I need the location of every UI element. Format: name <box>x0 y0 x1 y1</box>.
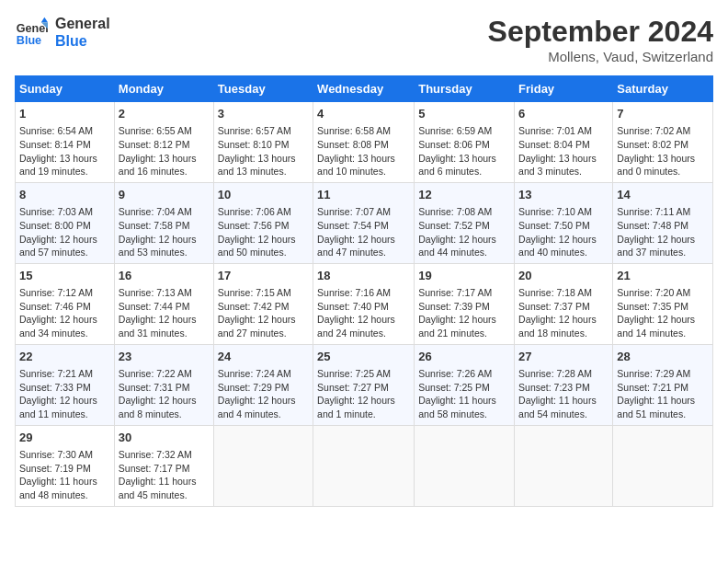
day-cell <box>415 425 515 506</box>
day-info: Sunrise: 6:59 AMSunset: 8:06 PMDaylight:… <box>418 124 510 178</box>
day-cell: 13Sunrise: 7:10 AMSunset: 7:50 PMDayligh… <box>515 182 613 263</box>
logo-icon: General Blue <box>15 16 48 49</box>
day-cell: 7Sunrise: 7:02 AMSunset: 8:02 PMDaylight… <box>613 102 713 183</box>
title-block: September 2024 Mollens, Vaud, Switzerlan… <box>488 15 713 64</box>
day-cell: 8Sunrise: 7:03 AMSunset: 8:00 PMDaylight… <box>16 182 115 263</box>
day-cell: 9Sunrise: 7:04 AMSunset: 7:58 PMDaylight… <box>114 182 213 263</box>
col-header-friday: Friday <box>515 76 613 102</box>
day-number: 7 <box>617 106 709 122</box>
day-info: Sunrise: 7:08 AMSunset: 7:52 PMDaylight:… <box>418 205 510 259</box>
day-cell: 15Sunrise: 7:12 AMSunset: 7:46 PMDayligh… <box>16 263 115 344</box>
svg-marker-2 <box>41 17 48 22</box>
day-info: Sunrise: 7:10 AMSunset: 7:50 PMDaylight:… <box>518 205 609 259</box>
day-cell: 24Sunrise: 7:24 AMSunset: 7:29 PMDayligh… <box>213 344 313 425</box>
day-cell: 12Sunrise: 7:08 AMSunset: 7:52 PMDayligh… <box>415 182 515 263</box>
day-info: Sunrise: 7:28 AMSunset: 7:23 PMDaylight:… <box>518 367 609 421</box>
col-header-saturday: Saturday <box>613 76 713 102</box>
day-info: Sunrise: 7:22 AMSunset: 7:31 PMDaylight:… <box>119 367 210 421</box>
day-info: Sunrise: 6:55 AMSunset: 8:12 PMDaylight:… <box>119 124 210 178</box>
day-number: 21 <box>617 268 709 284</box>
day-number: 18 <box>317 268 410 284</box>
day-info: Sunrise: 7:03 AMSunset: 8:00 PMDaylight:… <box>19 205 110 259</box>
day-cell: 10Sunrise: 7:06 AMSunset: 7:56 PMDayligh… <box>213 182 313 263</box>
day-info: Sunrise: 7:24 AMSunset: 7:29 PMDaylight:… <box>218 367 309 421</box>
day-cell: 4Sunrise: 6:58 AMSunset: 8:08 PMDaylight… <box>313 102 415 183</box>
day-cell: 18Sunrise: 7:16 AMSunset: 7:40 PMDayligh… <box>313 263 415 344</box>
day-info: Sunrise: 7:26 AMSunset: 7:25 PMDaylight:… <box>418 367 510 421</box>
day-number: 23 <box>119 349 210 365</box>
day-number: 19 <box>418 268 510 284</box>
col-header-thursday: Thursday <box>415 76 515 102</box>
day-info: Sunrise: 7:01 AMSunset: 8:04 PMDaylight:… <box>518 124 609 178</box>
day-number: 20 <box>518 268 609 284</box>
day-number: 9 <box>119 187 210 203</box>
month-title: September 2024 <box>488 15 713 49</box>
day-info: Sunrise: 7:30 AMSunset: 7:19 PMDaylight:… <box>19 448 110 502</box>
week-row-5: 29Sunrise: 7:30 AMSunset: 7:19 PMDayligh… <box>16 425 713 506</box>
day-cell: 25Sunrise: 7:25 AMSunset: 7:27 PMDayligh… <box>313 344 415 425</box>
logo: General Blue General Blue <box>15 15 110 50</box>
day-number: 6 <box>518 106 609 122</box>
day-cell <box>515 425 613 506</box>
day-cell: 28Sunrise: 7:29 AMSunset: 7:21 PMDayligh… <box>613 344 713 425</box>
day-info: Sunrise: 7:07 AMSunset: 7:54 PMDaylight:… <box>317 205 410 259</box>
week-row-4: 22Sunrise: 7:21 AMSunset: 7:33 PMDayligh… <box>16 344 713 425</box>
day-number: 8 <box>19 187 110 203</box>
day-number: 5 <box>418 106 510 122</box>
day-cell: 27Sunrise: 7:28 AMSunset: 7:23 PMDayligh… <box>515 344 613 425</box>
day-cell: 22Sunrise: 7:21 AMSunset: 7:33 PMDayligh… <box>16 344 115 425</box>
col-header-sunday: Sunday <box>16 76 115 102</box>
day-cell: 3Sunrise: 6:57 AMSunset: 8:10 PMDaylight… <box>213 102 313 183</box>
day-info: Sunrise: 7:18 AMSunset: 7:37 PMDaylight:… <box>518 286 609 340</box>
day-number: 3 <box>218 106 309 122</box>
day-info: Sunrise: 6:57 AMSunset: 8:10 PMDaylight:… <box>218 124 309 178</box>
week-row-3: 15Sunrise: 7:12 AMSunset: 7:46 PMDayligh… <box>16 263 713 344</box>
day-info: Sunrise: 7:16 AMSunset: 7:40 PMDaylight:… <box>317 286 410 340</box>
col-header-tuesday: Tuesday <box>213 76 313 102</box>
day-number: 14 <box>617 187 709 203</box>
day-number: 11 <box>317 187 410 203</box>
day-cell: 5Sunrise: 6:59 AMSunset: 8:06 PMDaylight… <box>415 102 515 183</box>
day-info: Sunrise: 7:17 AMSunset: 7:39 PMDaylight:… <box>418 286 510 340</box>
col-header-wednesday: Wednesday <box>313 76 415 102</box>
day-cell: 6Sunrise: 7:01 AMSunset: 8:04 PMDaylight… <box>515 102 613 183</box>
location: Mollens, Vaud, Switzerland <box>488 49 713 64</box>
day-number: 15 <box>19 268 110 284</box>
day-info: Sunrise: 7:02 AMSunset: 8:02 PMDaylight:… <box>617 124 709 178</box>
day-number: 4 <box>317 106 410 122</box>
day-info: Sunrise: 7:29 AMSunset: 7:21 PMDaylight:… <box>617 367 709 421</box>
day-info: Sunrise: 7:11 AMSunset: 7:48 PMDaylight:… <box>617 205 709 259</box>
day-cell: 23Sunrise: 7:22 AMSunset: 7:31 PMDayligh… <box>114 344 213 425</box>
page-header: General Blue General Blue September 2024… <box>15 15 713 64</box>
day-number: 13 <box>518 187 609 203</box>
day-cell <box>213 425 313 506</box>
day-number: 10 <box>218 187 309 203</box>
logo-blue: Blue <box>55 32 110 50</box>
day-info: Sunrise: 6:54 AMSunset: 8:14 PMDaylight:… <box>19 124 110 178</box>
day-number: 26 <box>418 349 510 365</box>
day-cell <box>313 425 415 506</box>
day-number: 27 <box>518 349 609 365</box>
day-number: 24 <box>218 349 309 365</box>
day-number: 28 <box>617 349 709 365</box>
day-info: Sunrise: 7:32 AMSunset: 7:17 PMDaylight:… <box>119 448 210 502</box>
logo-general: General <box>55 15 110 32</box>
day-cell <box>613 425 713 506</box>
day-info: Sunrise: 7:13 AMSunset: 7:44 PMDaylight:… <box>119 286 210 340</box>
day-number: 1 <box>19 106 110 122</box>
svg-text:Blue: Blue <box>17 34 41 47</box>
day-number: 16 <box>119 268 210 284</box>
day-cell: 1Sunrise: 6:54 AMSunset: 8:14 PMDaylight… <box>16 102 115 183</box>
day-cell: 26Sunrise: 7:26 AMSunset: 7:25 PMDayligh… <box>415 344 515 425</box>
day-cell: 14Sunrise: 7:11 AMSunset: 7:48 PMDayligh… <box>613 182 713 263</box>
day-info: Sunrise: 7:04 AMSunset: 7:58 PMDaylight:… <box>119 205 210 259</box>
col-header-monday: Monday <box>114 76 213 102</box>
week-row-1: 1Sunrise: 6:54 AMSunset: 8:14 PMDaylight… <box>16 102 713 183</box>
day-number: 17 <box>218 268 309 284</box>
day-number: 30 <box>119 430 210 446</box>
day-cell: 11Sunrise: 7:07 AMSunset: 7:54 PMDayligh… <box>313 182 415 263</box>
header-row: SundayMondayTuesdayWednesdayThursdayFrid… <box>16 76 713 102</box>
day-cell: 21Sunrise: 7:20 AMSunset: 7:35 PMDayligh… <box>613 263 713 344</box>
day-cell: 30Sunrise: 7:32 AMSunset: 7:17 PMDayligh… <box>114 425 213 506</box>
day-number: 22 <box>19 349 110 365</box>
